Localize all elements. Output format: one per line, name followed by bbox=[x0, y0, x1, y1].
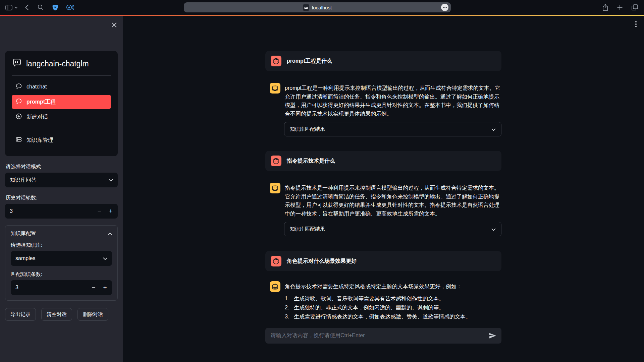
list-item: 生成独特的、非正式的文本，例如闲适的、幽默的、讽刺的等。 bbox=[294, 303, 444, 312]
kb-match-expander-label: 知识库匹配结果 bbox=[290, 226, 325, 232]
kb-select-label: 请选择知识库: bbox=[11, 242, 112, 248]
chat-input[interactable] bbox=[271, 333, 486, 339]
match-count-value: 3 bbox=[15, 285, 88, 291]
user-message: 指令提示技术是什么 bbox=[265, 151, 501, 171]
kb-config-title: 知识库配置 bbox=[11, 230, 36, 237]
extension-sonar-icon[interactable] bbox=[66, 4, 74, 11]
history-rounds-input[interactable]: 3 − + bbox=[5, 204, 118, 219]
assistant-message-text: 角色提示技术对需要生成特定风格或特定主题的文本场景效果更好，例如： 生成诗歌、歌… bbox=[285, 281, 471, 321]
new-tab-icon[interactable] bbox=[617, 5, 623, 10]
assistant-message-text: 指令提示技术是一种利用提示来控制语言模型输出的过程，从而生成符合特定需求的文本。… bbox=[285, 183, 501, 218]
assistant-avatar bbox=[270, 183, 280, 193]
match-count-label: 匹配知识条数: bbox=[11, 271, 112, 278]
kb-select-value: samples bbox=[15, 255, 103, 261]
sidebar-close-icon[interactable] bbox=[112, 22, 117, 29]
menu-item-chatchat[interactable]: chatchat bbox=[12, 80, 111, 94]
kb-match-expander[interactable]: 知识库匹配结果 bbox=[284, 122, 501, 136]
delete-dialog-button[interactable]: 删除对话 bbox=[77, 308, 108, 321]
dialog-mode-select[interactable]: 知识库问答 bbox=[5, 173, 118, 187]
chevron-down-icon bbox=[109, 177, 113, 183]
history-rounds-label: 历史对话轮数: bbox=[6, 195, 117, 201]
match-count-input[interactable]: 3 − + bbox=[11, 280, 112, 295]
menu-item-label: 新建对话 bbox=[26, 114, 48, 121]
user-message-text: prompt工程是什么 bbox=[287, 58, 332, 65]
user-avatar bbox=[271, 56, 281, 66]
plus-button[interactable]: + bbox=[99, 280, 111, 295]
menu-item-label: prompt工程 bbox=[26, 99, 56, 106]
plus-button[interactable]: + bbox=[105, 204, 116, 219]
kb-match-expander[interactable]: 知识库匹配结果 bbox=[284, 222, 501, 236]
chevron-down-icon bbox=[491, 226, 496, 232]
main-area: prompt工程是什么 prompt工程是一种利用提示来控制语言模型输出的过程，… bbox=[123, 16, 644, 362]
assistant-message-text: prompt工程是一种利用提示来控制语言模型输出的过程，从而生成符合特定需求的文… bbox=[285, 83, 501, 118]
list-item: 生成诗歌、歌词、音乐歌词等需要具有艺术感和创作性的文本。 bbox=[294, 294, 444, 303]
send-icon[interactable] bbox=[489, 333, 496, 339]
chat-column: prompt工程是什么 prompt工程是一种利用提示来控制语言模型输出的过程，… bbox=[265, 16, 501, 344]
chevron-down-icon bbox=[103, 255, 107, 261]
clear-dialog-button[interactable]: 清空对话 bbox=[41, 308, 72, 321]
chat-bubble-icon bbox=[16, 98, 22, 106]
main-menu-kebab-icon[interactable] bbox=[635, 21, 637, 27]
assistant-list-intro: 角色提示技术对需要生成特定风格或特定主题的文本场景效果更好，例如： bbox=[285, 282, 471, 291]
menu-item-kb-management[interactable]: 知识库管理 bbox=[12, 133, 111, 147]
user-avatar bbox=[271, 256, 281, 266]
kb-select[interactable]: samples bbox=[11, 251, 112, 266]
address-text: localhost bbox=[312, 5, 332, 10]
search-icon[interactable] bbox=[38, 4, 44, 10]
back-icon[interactable] bbox=[25, 4, 29, 10]
user-message: prompt工程是什么 bbox=[265, 51, 501, 71]
nav-menu-card: langchain-chatglm chatchat prompt工程 bbox=[5, 51, 118, 156]
user-message-text: 指令提示技术是什么 bbox=[287, 158, 335, 165]
assistant-avatar bbox=[270, 281, 280, 292]
chevron-up-icon bbox=[108, 231, 112, 236]
user-avatar bbox=[271, 156, 281, 166]
sidebar-chevron-down-icon[interactable] bbox=[14, 6, 18, 9]
kb-config-header[interactable]: 知识库配置 bbox=[11, 230, 112, 237]
tab-overview-icon[interactable] bbox=[632, 4, 638, 10]
address-bar[interactable]: localhost bbox=[184, 2, 451, 12]
assistant-list: 生成诗歌、歌词、音乐歌词等需要具有艺术感和创作性的文本。 生成独特的、非正式的文… bbox=[285, 294, 471, 321]
database-icon bbox=[16, 136, 22, 144]
divider bbox=[12, 129, 111, 129]
browser-toolbar: localhost bbox=[0, 0, 644, 15]
export-records-button[interactable]: 导出记录 bbox=[5, 308, 36, 321]
page-settings-icon[interactable] bbox=[441, 4, 448, 11]
chat-input-bar bbox=[265, 328, 501, 344]
kb-config-expander: 知识库配置 请选择知识库: samples 匹配知识条数: 3 bbox=[5, 225, 118, 301]
menu-item-label: chatchat bbox=[26, 84, 47, 90]
assistant-message: 指令提示技术是一种利用提示来控制语言模型输出的过程，从而生成符合特定需求的文本。… bbox=[265, 183, 501, 218]
menu-item-new-dialog[interactable]: 新建对话 bbox=[12, 110, 111, 124]
dialog-mode-value: 知识库问答 bbox=[10, 177, 109, 184]
site-favicon bbox=[303, 4, 309, 11]
menu-item-label: 知识库管理 bbox=[26, 137, 53, 144]
share-icon[interactable] bbox=[602, 4, 608, 11]
app-title-row: langchain-chatglm bbox=[12, 57, 111, 71]
user-message-text: 角色提示对什么场景效果更好 bbox=[287, 258, 357, 265]
history-rounds-value: 3 bbox=[10, 208, 94, 214]
menu-item-prompt-engineering[interactable]: prompt工程 bbox=[12, 95, 111, 109]
minus-button[interactable]: − bbox=[88, 280, 99, 295]
divider bbox=[12, 75, 111, 76]
assistant-message: prompt工程是一种利用提示来控制语言模型输出的过程，从而生成符合特定需求的文… bbox=[265, 83, 501, 118]
sidebar: langchain-chatglm chatchat prompt工程 bbox=[0, 16, 123, 362]
extension-catcatch-icon[interactable] bbox=[52, 4, 59, 11]
kb-match-expander-label: 知识库匹配结果 bbox=[290, 126, 325, 132]
assistant-avatar bbox=[270, 83, 280, 94]
assistant-message: 角色提示技术对需要生成特定风格或特定主题的文本场景效果更好，例如： 生成诗歌、歌… bbox=[265, 281, 501, 321]
sidebar-toggle-icon[interactable] bbox=[5, 5, 12, 10]
chat-bubble-icon bbox=[16, 83, 22, 90]
list-item: 生成需要进行情感表达的文本，例如表达感激、赞美、道歉等情感的文本。 bbox=[294, 312, 471, 321]
app-title: langchain-chatglm bbox=[26, 59, 89, 68]
chat-quote-icon bbox=[12, 58, 21, 69]
plus-circle-icon bbox=[16, 113, 22, 121]
chevron-down-icon bbox=[491, 126, 496, 132]
user-message: 角色提示对什么场景效果更好 bbox=[265, 251, 501, 271]
minus-button[interactable]: − bbox=[94, 204, 105, 219]
dialog-mode-label: 请选择对话模式 bbox=[6, 164, 117, 170]
